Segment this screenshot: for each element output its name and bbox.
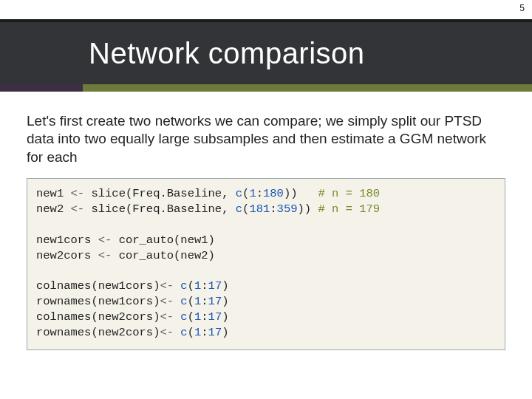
code-paren: )	[222, 326, 228, 339]
code-operator: <-	[160, 310, 174, 324]
code-paren: ))	[284, 187, 318, 200]
title-main-bar: Network comparison	[0, 22, 532, 84]
code-paren: (	[242, 187, 249, 200]
code-paren: (	[188, 310, 194, 324]
page-number: 5	[519, 3, 525, 13]
code-token: cor_auto(new1)	[112, 233, 215, 247]
code-line: colnames(new2cors)<- c(1:17)	[36, 310, 229, 324]
accent-right	[83, 84, 532, 92]
code-token: new1cors	[36, 233, 98, 247]
code-token: slice(Freq.Baseline,	[84, 202, 236, 216]
title-accent-bar	[0, 84, 532, 92]
code-number: 1	[194, 279, 201, 293]
code-space	[174, 279, 180, 293]
code-fn-c: c	[180, 326, 187, 339]
code-paren: ))	[298, 202, 318, 216]
code-operator: <-	[160, 279, 174, 293]
code-comment: # n = 180	[318, 187, 380, 200]
code-token: colnames(new1cors)	[36, 279, 160, 293]
slide-title: Network comparison	[89, 37, 365, 70]
code-line: new1 <- slice(Freq.Baseline, c(1:180)) #…	[36, 187, 380, 200]
code-paren: )	[222, 279, 228, 293]
code-line: new2 <- slice(Freq.Baseline, c(181:359))…	[36, 202, 380, 216]
code-operator: <-	[98, 233, 112, 247]
code-paren: )	[222, 310, 228, 324]
code-paren: (	[188, 295, 194, 308]
code-paren: (	[242, 202, 249, 216]
code-colon: :	[256, 187, 263, 200]
code-line: new1cors <- cor_auto(new1)	[36, 233, 215, 247]
code-fn-c: c	[180, 310, 187, 324]
accent-left	[0, 84, 83, 92]
code-token: new2cors	[36, 249, 98, 262]
code-operator: <-	[160, 326, 174, 339]
code-number: 1	[194, 295, 201, 308]
code-operator: <-	[98, 249, 112, 262]
code-token: slice(Freq.Baseline,	[84, 187, 236, 200]
code-colon: :	[201, 295, 208, 308]
code-number: 17	[208, 326, 222, 339]
code-fn-c: c	[236, 202, 242, 216]
code-token: colnames(new2cors)	[36, 310, 160, 324]
code-number: 359	[277, 202, 298, 216]
code-number: 1	[194, 310, 201, 324]
code-token: new1	[36, 187, 71, 200]
code-token: new2	[36, 202, 71, 216]
code-operator: <-	[71, 187, 85, 200]
code-fn-c: c	[180, 295, 187, 308]
code-line: rownames(new1cors)<- c(1:17)	[36, 295, 229, 308]
code-operator: <-	[160, 295, 174, 308]
code-number: 1	[249, 187, 256, 200]
code-colon: :	[201, 310, 208, 324]
code-paren: (	[188, 326, 194, 339]
title-top-gap	[0, 0, 532, 19]
code-line: colnames(new1cors)<- c(1:17)	[36, 279, 229, 293]
code-number: 180	[263, 187, 284, 200]
code-space	[174, 310, 180, 324]
code-number: 17	[208, 295, 222, 308]
code-number: 17	[208, 310, 222, 324]
code-comment: # n = 179	[318, 202, 380, 216]
code-number: 1	[194, 326, 201, 339]
code-colon: :	[201, 326, 208, 339]
code-paren: (	[188, 279, 194, 293]
code-fn-c: c	[180, 279, 187, 293]
code-number: 181	[249, 202, 270, 216]
code-colon: :	[201, 279, 208, 293]
code-operator: <-	[71, 202, 85, 216]
title-block: Network comparison	[0, 0, 532, 92]
code-token: cor_auto(new2)	[112, 249, 215, 262]
code-colon: :	[270, 202, 276, 216]
code-line: new2cors <- cor_auto(new2)	[36, 249, 215, 262]
code-token: rownames(new2cors)	[36, 326, 160, 339]
code-paren: )	[222, 295, 228, 308]
code-block: new1 <- slice(Freq.Baseline, c(1:180)) #…	[27, 178, 505, 350]
code-space	[174, 295, 180, 308]
code-number: 17	[208, 279, 222, 293]
code-line: rownames(new2cors)<- c(1:17)	[36, 326, 229, 339]
body-paragraph: Let's first create two networks we can c…	[0, 92, 532, 175]
code-token: rownames(new1cors)	[36, 295, 160, 308]
code-space	[174, 326, 180, 339]
code-fn-c: c	[236, 187, 242, 200]
